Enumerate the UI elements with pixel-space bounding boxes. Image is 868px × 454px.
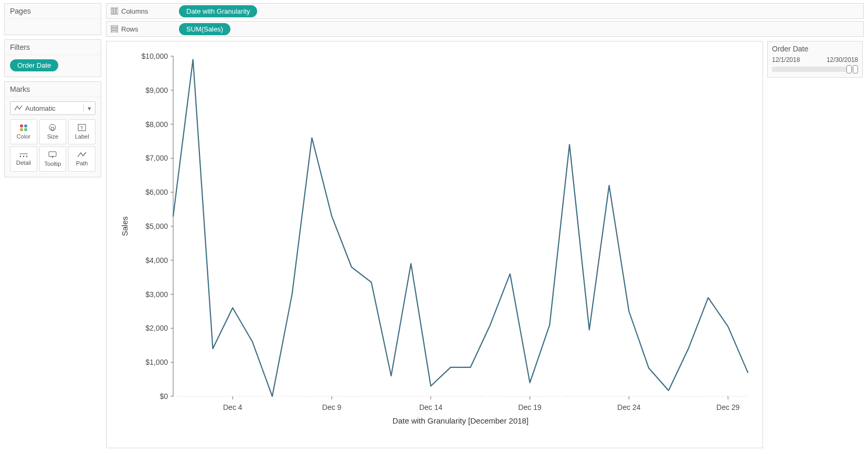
- line-icon: [15, 105, 22, 111]
- marks-path[interactable]: Path: [68, 146, 96, 172]
- svg-text:Dec 29: Dec 29: [716, 403, 740, 411]
- filter-pill-order-date[interactable]: Order Date: [10, 59, 58, 71]
- marks-color-label: Color: [17, 133, 30, 140]
- mark-type-dropdown[interactable]: Automatic ▾: [10, 101, 96, 115]
- columns-label: Columns: [121, 7, 148, 15]
- quick-filter-title: Order Date: [772, 45, 858, 53]
- marks-label[interactable]: T Label: [68, 119, 96, 144]
- rows-icon: [111, 25, 118, 33]
- svg-rect-17: [111, 26, 118, 27]
- marks-size-label: Size: [47, 133, 58, 140]
- svg-point-3: [24, 128, 27, 131]
- svg-text:$9,000: $9,000: [145, 86, 168, 94]
- columns-icon: [111, 7, 118, 15]
- svg-rect-18: [111, 28, 118, 30]
- svg-text:$0: $0: [160, 392, 168, 400]
- svg-text:Dec 9: Dec 9: [322, 403, 342, 411]
- size-icon: [48, 124, 57, 131]
- pages-shelf[interactable]: Pages: [4, 3, 101, 35]
- slider-handle-end[interactable]: [853, 65, 858, 73]
- mark-type-value: Automatic: [25, 104, 56, 112]
- svg-text:Dec 14: Dec 14: [419, 403, 443, 411]
- tooltip-icon: [48, 151, 57, 159]
- marks-path-label: Path: [76, 160, 88, 166]
- svg-text:$7,000: $7,000: [145, 154, 168, 162]
- svg-rect-19: [111, 31, 118, 33]
- svg-text:$5,000: $5,000: [145, 222, 168, 230]
- path-icon: [78, 152, 86, 158]
- svg-point-2: [20, 128, 23, 131]
- marks-label: Marks: [5, 82, 101, 97]
- svg-text:$2,000: $2,000: [145, 324, 168, 332]
- date-range-slider[interactable]: [772, 67, 858, 72]
- marks-detail-label: Detail: [16, 160, 31, 166]
- rows-shelf[interactable]: Rows SUM(Sales): [106, 21, 864, 37]
- svg-text:Dec 4: Dec 4: [223, 403, 242, 411]
- svg-text:$8,000: $8,000: [145, 120, 168, 129]
- svg-point-0: [20, 124, 23, 128]
- columns-pill[interactable]: Date with Granularity: [179, 5, 257, 17]
- viz-canvas[interactable]: $0$1,000$2,000$3,000$4,000$5,000$6,000$7…: [106, 41, 763, 448]
- svg-text:$6,000: $6,000: [145, 188, 168, 196]
- marks-label-label: Label: [75, 133, 89, 140]
- marks-detail[interactable]: Detail: [10, 146, 37, 172]
- color-icon: [19, 124, 28, 131]
- svg-marker-13: [51, 156, 54, 158]
- svg-point-4: [49, 124, 56, 131]
- svg-rect-16: [117, 8, 118, 14]
- svg-rect-15: [114, 8, 115, 14]
- pages-label: Pages: [5, 4, 101, 19]
- svg-text:Dec 24: Dec 24: [617, 403, 641, 411]
- filters-shelf[interactable]: Filters Order Date: [4, 39, 101, 77]
- svg-text:$1,000: $1,000: [145, 358, 168, 366]
- svg-point-1: [24, 124, 27, 128]
- svg-rect-14: [111, 8, 113, 14]
- slider-handle-start[interactable]: [846, 65, 852, 73]
- marks-size[interactable]: Size: [39, 119, 67, 144]
- svg-text:Sales: Sales: [120, 216, 129, 236]
- svg-text:Date with Granularity [Decembe: Date with Granularity [December 2018]: [393, 416, 528, 425]
- svg-text:$10,000: $10,000: [141, 52, 168, 60]
- svg-text:T: T: [80, 125, 83, 131]
- svg-text:$3,000: $3,000: [145, 290, 168, 299]
- quick-filter-end-date[interactable]: 12/30/2018: [827, 56, 858, 64]
- svg-text:$4,000: $4,000: [145, 256, 168, 265]
- columns-shelf[interactable]: Columns Date with Granularity: [106, 3, 864, 19]
- svg-point-8: [20, 156, 22, 157]
- svg-point-5: [51, 127, 54, 130]
- quick-filter-start-date[interactable]: 12/1/2018: [772, 56, 800, 64]
- line-chart: $0$1,000$2,000$3,000$4,000$5,000$6,000$7…: [113, 46, 757, 442]
- quick-filter-order-date[interactable]: Order Date 12/1/2018 12/30/2018: [767, 41, 863, 78]
- marks-color[interactable]: Color: [10, 119, 37, 144]
- marks-tooltip[interactable]: Tooltip: [39, 146, 67, 172]
- label-icon: T: [78, 124, 86, 131]
- marks-tooltip-label: Tooltip: [45, 161, 61, 167]
- rows-pill[interactable]: SUM(Sales): [179, 23, 230, 35]
- svg-text:Dec 19: Dec 19: [518, 403, 542, 411]
- rows-label: Rows: [121, 25, 139, 33]
- filters-label: Filters: [5, 40, 101, 55]
- svg-point-10: [26, 156, 28, 157]
- chevron-down-icon[interactable]: ▾: [83, 104, 95, 112]
- svg-rect-12: [49, 152, 56, 156]
- svg-point-9: [23, 156, 25, 157]
- marks-card: Marks Automatic ▾ Color: [4, 81, 101, 177]
- detail-icon: [19, 152, 28, 157]
